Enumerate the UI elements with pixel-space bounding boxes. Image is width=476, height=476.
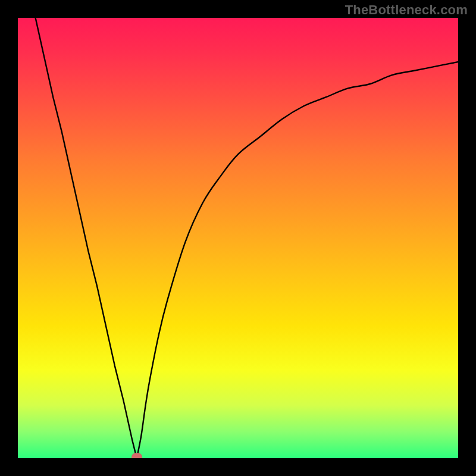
plot-area <box>18 18 458 458</box>
watermark-text: TheBottleneck.com <box>345 2 468 18</box>
chart-frame: TheBottleneck.com <box>0 0 476 476</box>
bottleneck-curve <box>18 18 458 458</box>
optimum-marker <box>131 453 142 458</box>
